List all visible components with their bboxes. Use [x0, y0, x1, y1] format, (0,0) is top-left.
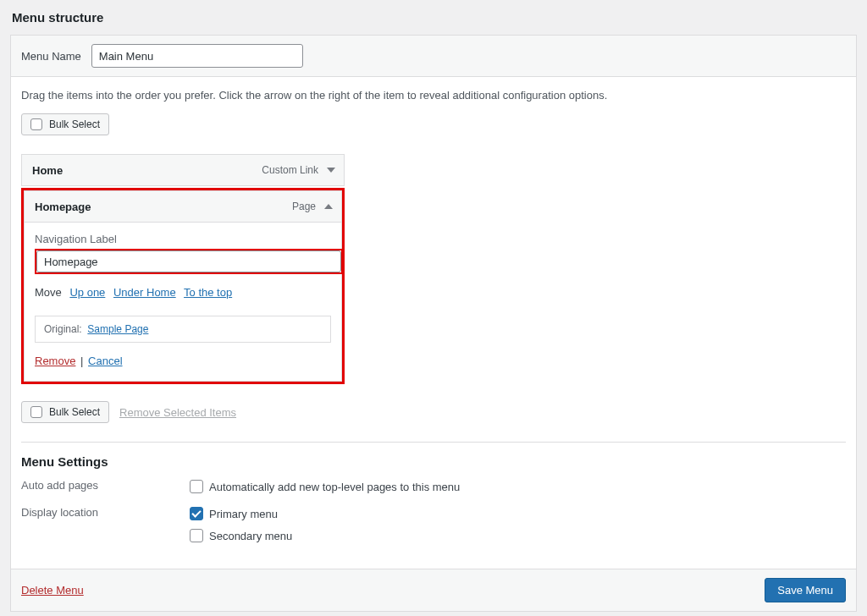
primary-menu-checkbox[interactable]	[190, 507, 203, 520]
bulk-select-label-bottom: Bulk Select	[49, 406, 100, 418]
menu-item-homepage-title: Homepage	[35, 201, 91, 213]
move-label: Move	[35, 286, 62, 299]
auto-add-label: Auto add pages	[21, 477, 186, 492]
secondary-menu-option[interactable]: Secondary menu	[186, 526, 292, 545]
panel-header: Menu Name	[11, 36, 856, 77]
auto-add-checkbox[interactable]	[190, 480, 203, 493]
save-menu-button[interactable]: Save Menu	[765, 578, 846, 602]
nav-label-field-label: Navigation Label	[35, 233, 331, 245]
bulk-select-button[interactable]: Bulk Select	[21, 113, 109, 135]
menu-item-home-type: Custom Link	[262, 164, 318, 176]
menu-item-homepage[interactable]: Homepage Page	[24, 190, 342, 223]
chevron-up-icon	[324, 204, 333, 209]
auto-add-option-text: Automatically add new top-level pages to…	[209, 481, 460, 493]
separator: |	[80, 355, 83, 367]
remove-cancel-row: Remove | Cancel	[35, 355, 331, 367]
original-box: Original: Sample Page	[35, 316, 331, 343]
menu-name-label: Menu Name	[21, 50, 81, 63]
checkbox-icon	[30, 118, 42, 130]
delete-menu-link[interactable]: Delete Menu	[21, 584, 84, 597]
bulk-select-label: Bulk Select	[49, 118, 100, 130]
move-up-one-link[interactable]: Up one	[69, 286, 105, 299]
primary-menu-text: Primary menu	[209, 508, 278, 520]
original-link[interactable]: Sample Page	[87, 323, 148, 335]
instructions-text: Drag the items into the order you prefer…	[21, 89, 846, 102]
move-under-home-link[interactable]: Under Home	[113, 286, 176, 299]
primary-menu-option[interactable]: Primary menu	[186, 504, 292, 523]
chevron-down-icon	[327, 168, 335, 173]
cancel-link[interactable]: Cancel	[88, 355, 122, 367]
auto-add-option[interactable]: Automatically add new top-level pages to…	[186, 477, 460, 496]
menu-settings-heading: Menu Settings	[21, 454, 846, 469]
menu-items-list: Home Custom Link Homepage Page	[21, 154, 345, 384]
menu-item-homepage-details: Navigation Label Move Up one Under Home …	[24, 223, 342, 382]
checkbox-icon	[30, 406, 42, 418]
remove-selected-link[interactable]: Remove Selected Items	[119, 406, 236, 419]
move-to-top-link[interactable]: To the top	[184, 286, 232, 299]
panel-footer: Delete Menu Save Menu	[11, 569, 856, 611]
remove-link[interactable]: Remove	[35, 355, 75, 367]
menu-item-home[interactable]: Home Custom Link	[21, 154, 345, 186]
section-title: Menu structure	[12, 10, 857, 25]
menu-item-home-title: Home	[32, 164, 63, 177]
panel-body: Drag the items into the order you prefer…	[11, 77, 856, 569]
menu-item-homepage-type: Page	[292, 201, 316, 212]
bulk-select-button-bottom[interactable]: Bulk Select	[21, 401, 109, 423]
move-row: Move Up one Under Home To the top	[35, 286, 331, 299]
menu-panel: Menu Name Drag the items into the order …	[10, 35, 857, 612]
nav-label-highlight	[35, 249, 343, 274]
original-label: Original:	[44, 323, 82, 335]
display-location-label: Display location	[21, 504, 186, 519]
navigation-label-input[interactable]	[36, 250, 341, 272]
menu-name-input[interactable]	[91, 44, 303, 68]
divider	[21, 442, 846, 443]
menu-item-homepage-highlight: Homepage Page Navigation Label Move	[21, 188, 345, 384]
secondary-menu-checkbox[interactable]	[190, 529, 203, 542]
secondary-menu-text: Secondary menu	[209, 530, 292, 542]
